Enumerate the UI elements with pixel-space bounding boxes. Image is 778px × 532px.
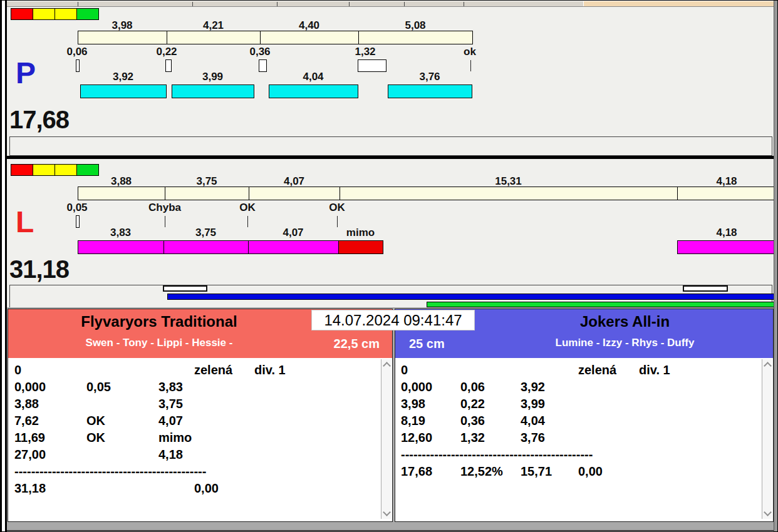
gap-box bbox=[259, 59, 267, 72]
separator-dashes: ----------------------------------------… bbox=[401, 446, 593, 463]
table-cell: 15,71 bbox=[521, 463, 552, 479]
gap-box bbox=[358, 59, 386, 72]
table-cell: 8,19 bbox=[401, 412, 425, 429]
table-cell: 12,60 bbox=[401, 429, 432, 446]
team-panel-right: Jokers All-in Lumine - Izzy - Rhys - Duf… bbox=[395, 309, 774, 522]
jump-height: 25 cm bbox=[409, 337, 445, 351]
gap-label: 0,36 bbox=[222, 46, 298, 57]
table-cell: 27,00 bbox=[14, 446, 46, 463]
split-segment bbox=[677, 187, 777, 200]
run-bar bbox=[80, 84, 167, 98]
gap-tick bbox=[337, 216, 338, 227]
gap-box bbox=[76, 59, 80, 72]
table-cell: 3,75 bbox=[158, 396, 183, 412]
table-cell: 0,22 bbox=[460, 396, 485, 412]
split-time-label: 3,88 bbox=[78, 176, 165, 187]
table-row: 0,0000,053,83 bbox=[8, 379, 380, 396]
team-name: Flyvaryors Traditional bbox=[8, 313, 310, 330]
table-row: 31,180,00 bbox=[8, 480, 380, 497]
lane-divider bbox=[7, 156, 774, 159]
start-light bbox=[33, 164, 55, 176]
team-name: Jokers All-in bbox=[477, 313, 773, 330]
split-time-label: 5,08 bbox=[358, 20, 472, 31]
gap-label: 0,05 bbox=[39, 202, 115, 213]
table-cell: 7,62 bbox=[14, 412, 39, 429]
strip-tick bbox=[78, 2, 78, 6]
table-row: 27,004,18 bbox=[8, 446, 380, 463]
split-segment bbox=[78, 31, 167, 44]
table-cell: 0 bbox=[401, 362, 408, 378]
team-members: Swen - Tony - Lippi - Hessie - bbox=[8, 337, 310, 349]
flyball-timing-window: P 3,984,214,405,08 0,060,220,361,32ok 3,… bbox=[0, 0, 778, 532]
table-cell: 1,32 bbox=[460, 429, 485, 446]
lane-p-total-time: 17,68 bbox=[9, 107, 69, 132]
start-lights-l bbox=[11, 164, 99, 176]
table-cell: 0,00 bbox=[578, 463, 603, 479]
run-time-label: 3,83 bbox=[78, 227, 163, 238]
table-row: 3,883,75 bbox=[8, 396, 380, 412]
start-light bbox=[54, 164, 77, 176]
table-cell: mimo bbox=[158, 429, 192, 446]
blue-progress-bar bbox=[167, 294, 776, 300]
gap-label: Chyba bbox=[127, 202, 202, 213]
run-bar bbox=[388, 84, 472, 98]
gap-box bbox=[165, 59, 172, 72]
strip-tick bbox=[349, 2, 350, 6]
table-cell: 3,98 bbox=[401, 396, 425, 412]
table-row: 0,0000,063,92 bbox=[395, 379, 760, 396]
split-time-label: 3,98 bbox=[78, 20, 167, 31]
run-time-label: mimo bbox=[338, 227, 383, 238]
table-cell: 0,00 bbox=[194, 480, 219, 496]
run-bar bbox=[172, 84, 254, 98]
run-time-label: 4,07 bbox=[248, 227, 338, 238]
timestamp: 14.07.2024 09:41:47 bbox=[311, 310, 475, 330]
lane-p-footer-box bbox=[9, 136, 772, 156]
background-window-strip bbox=[7, 1, 774, 7]
gap-label: 0,06 bbox=[39, 46, 115, 57]
lane-l-total-time: 31,18 bbox=[9, 257, 69, 282]
results-table-left[interactable]: 0zelenádiv. 10,0000,053,833,883,757,62OK… bbox=[8, 362, 380, 519]
table-cell: 0 bbox=[14, 362, 21, 378]
run-bar bbox=[677, 240, 777, 254]
gap-tick bbox=[470, 60, 471, 71]
table-cell: 3,92 bbox=[521, 379, 545, 395]
table-cell: 0,000 bbox=[14, 379, 46, 395]
table-row: 0zelenádiv. 1 bbox=[8, 362, 380, 379]
run-bar bbox=[248, 240, 339, 254]
scroll-down-icon[interactable] bbox=[383, 508, 391, 516]
scroll-up-icon[interactable] bbox=[383, 362, 391, 370]
strip-tick bbox=[192, 2, 193, 6]
scroll-up-icon[interactable] bbox=[764, 362, 772, 370]
gap-box bbox=[76, 215, 80, 228]
start-light bbox=[54, 8, 77, 20]
table-row: 7,62OK4,07 bbox=[8, 412, 380, 429]
table-cell: 4,07 bbox=[158, 412, 183, 429]
table-row: 17,6812,52%15,710,00 bbox=[395, 463, 760, 480]
table-row: 11,69OKmimo bbox=[8, 429, 380, 446]
table-cell: 3,83 bbox=[158, 379, 183, 395]
split-segment bbox=[78, 187, 165, 200]
scrollbar-left[interactable] bbox=[381, 359, 391, 519]
table-cell: 0,06 bbox=[460, 379, 485, 395]
strip-tick bbox=[464, 2, 464, 6]
start-light bbox=[33, 8, 55, 20]
lap-marker-box bbox=[683, 285, 728, 292]
table-cell: 3,99 bbox=[521, 396, 545, 412]
table-cell: 4,04 bbox=[521, 412, 545, 429]
gap-label: 0,22 bbox=[129, 46, 204, 57]
table-row: 8,190,364,04 bbox=[395, 412, 760, 429]
start-light bbox=[11, 8, 33, 20]
results-table-right[interactable]: 0zelenádiv. 10,0000,063,923,980,223,998,… bbox=[395, 362, 760, 519]
table-cell: div. 1 bbox=[254, 362, 286, 378]
scrollbar-right[interactable] bbox=[762, 359, 772, 519]
split-segment bbox=[340, 187, 678, 200]
run-time-label: 4,04 bbox=[269, 71, 358, 82]
window-frame-right bbox=[774, 1, 777, 532]
table-cell: 0,36 bbox=[460, 412, 485, 429]
split-time-label: 4,21 bbox=[167, 20, 260, 31]
table-cell: OK bbox=[86, 412, 105, 429]
scroll-down-icon[interactable] bbox=[764, 508, 772, 516]
separator-dashes: ----------------------------------------… bbox=[14, 463, 206, 479]
start-light bbox=[11, 164, 33, 176]
start-light bbox=[76, 164, 99, 176]
